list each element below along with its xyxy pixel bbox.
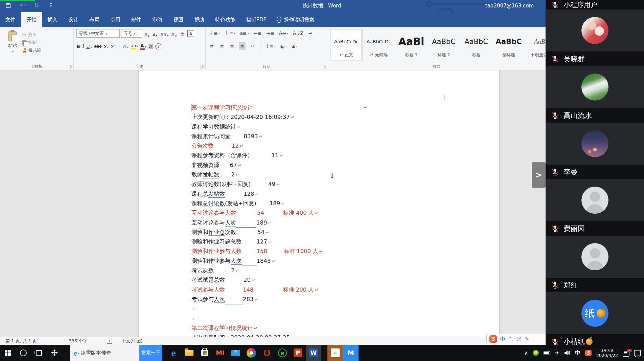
notification-icon[interactable]: 5: [623, 349, 629, 357]
ime-indicator[interactable]: 中: [575, 349, 580, 357]
taskbar-app-edge[interactable]: e: [166, 345, 181, 361]
tab-插入[interactable]: 插入: [42, 12, 63, 27]
participant-name-bar[interactable]: 小程序用户: [546, 0, 644, 9]
font-dialog-launcher[interactable]: [201, 65, 204, 68]
enclose-characters-button[interactable]: 字: [155, 43, 161, 49]
phonetic-guide-button[interactable]: 文: [179, 29, 186, 38]
document-line[interactable]: 第一次课程学习情况统计↵: [191, 103, 496, 112]
taskbar-app-word-active[interactable]: W: [306, 345, 321, 361]
document-line[interactable]: 上次更新时间：2020-04-20 16:09:37↵: [191, 112, 496, 122]
document-line[interactable]: 测验和作业习题总数127↵: [191, 237, 496, 247]
document-line[interactable]: 考试参与人次283↵: [191, 295, 496, 304]
language-status[interactable]: 中文(中国): [117, 338, 146, 344]
document-line[interactable]: ↵: [191, 304, 496, 314]
line-spacing-button[interactable]: ↕≡▾: [265, 42, 276, 50]
style-card-正文[interactable]: AaBbCcDc↵ 正文: [331, 30, 362, 60]
document-line[interactable]: 教师讨论数(发帖+回复)49↵: [191, 179, 496, 189]
shrink-font-button[interactable]: A▾: [152, 29, 158, 38]
ime-mode-toggle[interactable]: 中: [500, 336, 505, 342]
character-shading-button[interactable]: A: [148, 44, 153, 49]
bullets-button[interactable]: ⋮≡▾: [208, 29, 221, 37]
redo-icon[interactable]: ↻: [33, 2, 40, 9]
font-color-button[interactable]: A▾: [140, 43, 146, 50]
decrease-indent-button[interactable]: ⇤≡: [253, 29, 262, 37]
document-line[interactable]: 课程参考资料（含课件）11↵: [191, 151, 496, 160]
taskbar-app-green-browser[interactable]: e: [275, 345, 290, 361]
action-center-icon[interactable]: [634, 350, 641, 356]
paste-button[interactable]: 粘贴 ▾: [3, 29, 22, 64]
save-icon[interactable]: [5, 2, 12, 9]
shading-button[interactable]: ⬕▾: [279, 42, 287, 50]
document-line[interactable]: 第二次课程学习情况统计↵: [191, 323, 496, 333]
handwriting-button[interactable]: ✎: [525, 336, 529, 342]
document-page[interactable]: 第一次课程学习情况统计↵上次更新时间：2020-04-20 16:09:37↵课…: [138, 70, 500, 337]
style-card-标题2[interactable]: AaBbC标题 2: [428, 30, 459, 60]
document-line[interactable]: 互动讨论参与人数54标准 400 人↵: [191, 208, 496, 218]
punctuation-toggle[interactable]: °‚: [509, 336, 513, 342]
participant-video-tile[interactable]: [546, 123, 644, 165]
grow-font-button[interactable]: A▴: [143, 29, 150, 38]
change-case-button[interactable]: Aa▾: [160, 29, 169, 38]
document-line[interactable]: 课程学习数据统计↵: [191, 122, 496, 132]
undo-icon[interactable]: ↶: [19, 2, 26, 9]
tab-福昕PDF[interactable]: 福昕PDF: [241, 12, 272, 27]
document-line[interactable]: 课程总讨论数(发帖+回复)189↵: [191, 199, 496, 208]
proofing-status-icon[interactable]: ✗: [107, 339, 112, 344]
subscript-button[interactable]: x₂: [104, 44, 109, 49]
tab-开始[interactable]: 开始: [21, 12, 42, 27]
participant-video-tile[interactable]: [546, 9, 644, 51]
sogou-tray-icon[interactable]: S: [585, 350, 592, 356]
battery-icon[interactable]: [544, 351, 550, 355]
taskbar-app-mi[interactable]: MI: [212, 345, 228, 361]
document-line[interactable]: 教师发帖数2↵: [191, 170, 496, 179]
document-line[interactable]: 测验和作业参与人数158标准 1000 人↵: [191, 247, 496, 256]
font-name-combo[interactable]: 等线 (中文正∨: [76, 29, 120, 38]
highlight-color-button[interactable]: ab▾: [131, 43, 138, 49]
taskbar-app-store[interactable]: [197, 345, 212, 361]
asian-layout-button[interactable]: A↔▾: [278, 29, 289, 37]
sidebar-collapse-button[interactable]: >: [532, 162, 546, 188]
taskbar-search-text[interactable]: 冰雪版本传奇: [81, 350, 139, 356]
taskbar-app-powerpoint[interactable]: P: [290, 345, 306, 361]
document-line[interactable]: 考试次数2↵: [191, 266, 496, 275]
tab-布局[interactable]: 布局: [84, 12, 105, 27]
tray-expand-icon[interactable]: ∧: [524, 350, 528, 356]
tab-文件[interactable]: 文件: [0, 12, 21, 27]
style-card-标题1[interactable]: AaBl标题 1: [396, 30, 427, 60]
participant-video-tile[interactable]: [546, 179, 644, 221]
document-line[interactable]: 课程总发帖数128↵: [191, 189, 496, 199]
task-view-button[interactable]: [31, 345, 47, 361]
cut-button[interactable]: 剪切: [22, 32, 41, 38]
document-text[interactable]: 第一次课程学习情况统计↵上次更新时间：2020-04-20 16:09:37↵课…: [191, 103, 496, 337]
tab-引用[interactable]: 引用: [105, 12, 126, 27]
copy-button[interactable]: 复制: [22, 40, 41, 45]
participant-video-tile[interactable]: [546, 66, 644, 108]
document-line[interactable]: 互动讨论参与人次189↵: [191, 218, 496, 228]
cortana-button[interactable]: [16, 345, 31, 361]
justify-button[interactable]: ≡: [239, 42, 246, 50]
tab-帮助[interactable]: 帮助: [189, 12, 210, 27]
show-marks-button[interactable]: ↵: [307, 29, 314, 37]
participant-video-tile[interactable]: 纸: [546, 292, 644, 334]
tab-邮件[interactable]: 邮件: [126, 12, 147, 27]
start-button[interactable]: [0, 345, 16, 361]
style-card-不明显强调[interactable]: AaBb不明显强调: [526, 30, 546, 60]
participant-name-bar[interactable]: 李曼: [546, 165, 644, 179]
font-size-combo[interactable]: 五号∨: [121, 29, 142, 38]
participant-name-bar[interactable]: 吴晓群: [546, 51, 644, 66]
italic-button[interactable]: I: [83, 44, 84, 49]
document-line[interactable]: 考试参与人数148标准 200 人↵: [191, 285, 496, 295]
tab-设计[interactable]: 设计: [63, 12, 84, 27]
style-card-无间隔[interactable]: AaBbCcDc↵ 无间隔: [363, 30, 394, 60]
taskbar-app-mail[interactable]: [228, 345, 244, 361]
word-count[interactable]: 385 个字: [65, 338, 91, 344]
tab-审阅[interactable]: 审阅: [147, 12, 168, 27]
style-card-副标题[interactable]: AaBbC副标题: [493, 30, 524, 60]
document-line[interactable]: 非视频资源67↵: [191, 161, 496, 170]
document-line[interactable]: 测验和作业参与人次1843↵: [191, 256, 496, 266]
align-center-button[interactable]: ≡: [218, 42, 225, 50]
volume-icon[interactable]: [564, 350, 570, 356]
align-left-button[interactable]: ≡: [208, 42, 215, 50]
numbering-button[interactable]: ⒈≡▾: [224, 29, 236, 37]
align-right-button[interactable]: ≡: [229, 42, 235, 50]
